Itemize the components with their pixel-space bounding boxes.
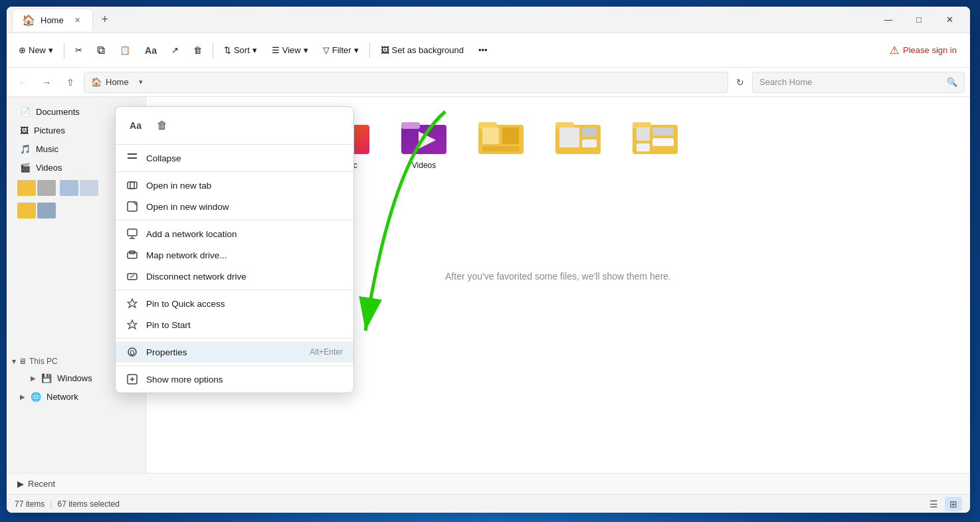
menu-item-more-options[interactable]: Show more options <box>116 369 353 390</box>
svg-point-65 <box>128 348 136 356</box>
new-label: New <box>29 45 46 55</box>
file-explorer-window: 🏠 Home ✕ + — □ ✕ ⊕ New ▾ ✂ ⧉ 📋 Aa <box>7 7 970 513</box>
breadcrumb-home: Home <box>106 77 129 87</box>
setbg-label: Set as background <box>392 45 464 55</box>
close-button[interactable]: ✕ <box>934 9 965 31</box>
recent-section[interactable]: ▶ Recent <box>7 473 970 494</box>
color-folder-3[interactable] <box>17 203 56 218</box>
menu-sep-2 <box>116 220 353 220</box>
menu-sep-1 <box>116 171 353 172</box>
map-drive-icon <box>126 249 138 261</box>
menu-sep-5 <box>116 365 353 366</box>
filter-dropdown-icon: ▾ <box>354 45 359 55</box>
forward-button[interactable]: → <box>36 72 57 93</box>
svg-rect-17 <box>482 128 499 144</box>
tab-home[interactable]: 🏠 Home ✕ <box>12 9 93 31</box>
color-folder-1[interactable] <box>17 180 56 196</box>
svg-rect-22 <box>559 128 579 147</box>
folder-mixed-1[interactable] <box>545 110 611 175</box>
menu-item-open-new-tab[interactable]: Open in new tab <box>116 175 353 196</box>
network-label: Network <box>47 392 78 402</box>
menu-item-pin-start[interactable]: Pin to Start <box>116 314 353 335</box>
more-button[interactable]: ••• <box>472 39 494 62</box>
open-new-window-icon <box>126 201 138 213</box>
documents-label: Documents <box>36 107 80 117</box>
menu-item-pin-quick[interactable]: Pin to Quick access <box>116 293 353 314</box>
menu-icon-format[interactable]: Aa <box>124 114 147 137</box>
context-menu: Aa 🗑 Collapse Open in new tab <box>115 106 354 393</box>
view-button[interactable]: ☰ View ▾ <box>265 39 315 62</box>
thispc-label: This PC <box>29 357 58 366</box>
collapse-label: Collapse <box>146 153 181 163</box>
minimize-button[interactable]: — <box>873 9 904 31</box>
disconnect-drive-label: Disconnect network drive <box>146 272 246 282</box>
svg-rect-27 <box>637 128 650 141</box>
menu-icon-delete[interactable]: 🗑 <box>150 114 174 137</box>
address-bar[interactable]: 🏠 Home ▾ <box>84 72 728 93</box>
network-icon: 🌐 <box>31 392 41 402</box>
svg-rect-30 <box>637 143 650 151</box>
svg-rect-58 <box>128 229 137 236</box>
network-expand-icon: ▶ <box>20 393 25 400</box>
menu-item-disconnect-drive[interactable]: Disconnect network drive <box>116 266 353 287</box>
maximize-button[interactable]: □ <box>904 9 934 31</box>
share-button[interactable]: ↗ <box>165 39 185 62</box>
toolbar-right: ⚠ Please sign in <box>882 40 965 60</box>
rename-button[interactable]: Aa <box>138 39 163 62</box>
setbg-button[interactable]: 🖼 Set as background <box>374 39 470 62</box>
menu-item-properties[interactable]: Properties Alt+Enter <box>116 341 353 363</box>
new-dropdown-icon: ▾ <box>49 45 53 55</box>
folder-mixed-2[interactable] <box>622 110 688 175</box>
share-icon: ↗ <box>171 45 179 55</box>
copy-button[interactable]: ⧉ <box>90 39 112 62</box>
new-tab-button[interactable]: + <box>96 11 114 29</box>
list-view-toggle[interactable]: ☰ <box>925 497 942 511</box>
disconnect-drive-icon <box>126 270 138 282</box>
back-button[interactable]: ← <box>12 72 33 93</box>
paste-button[interactable]: 📋 <box>113 39 137 62</box>
menu-sep-4 <box>116 338 353 339</box>
delete-button[interactable]: 🗑 <box>187 39 209 62</box>
search-box[interactable]: Search Home 🔍 <box>752 72 965 93</box>
rename-icon: Aa <box>145 45 157 56</box>
thispc-chevron-icon: ▾ <box>12 357 16 366</box>
tab-home-icon: 🏠 <box>22 14 35 27</box>
menu-item-collapse[interactable]: Collapse <box>116 147 353 169</box>
recent-chevron-icon: ▶ <box>17 479 24 489</box>
windows-label: Windows <box>57 373 92 383</box>
filter-button[interactable]: ▽ Filter ▾ <box>316 39 365 62</box>
sort-button[interactable]: ⇅ Sort ▾ <box>217 39 264 62</box>
address-chevron[interactable]: ▾ <box>133 74 149 90</box>
svg-rect-28 <box>652 128 674 135</box>
new-button[interactable]: ⊕ New ▾ <box>12 39 60 62</box>
menu-item-map-drive[interactable]: Map network drive... <box>116 244 353 266</box>
pin-start-icon <box>126 319 138 331</box>
folder-yellow-1[interactable] <box>468 110 534 175</box>
refresh-button[interactable]: ↻ <box>731 73 749 92</box>
signin-button[interactable]: ⚠ Please sign in <box>882 40 965 60</box>
up-button[interactable]: ⇧ <box>60 72 81 93</box>
folder-mixed-2-icon <box>631 116 679 155</box>
more-icon: ••• <box>478 45 488 55</box>
cut-button[interactable]: ✂ <box>68 39 89 62</box>
windows-icon: 💾 <box>41 373 52 383</box>
color-folder-2[interactable] <box>60 180 98 196</box>
folder-videos[interactable]: Videos <box>391 110 457 175</box>
toolbar-sep-1 <box>64 43 64 58</box>
cut-icon: ✂ <box>75 45 82 55</box>
pictures-label: Pictures <box>34 126 65 135</box>
folder-mixed-1-icon <box>554 116 602 155</box>
properties-label: Properties <box>146 347 187 357</box>
menu-item-open-new-window[interactable]: Open in new window <box>116 196 353 217</box>
breadcrumb-home-icon: 🏠 <box>91 77 102 87</box>
grid-view-toggle[interactable]: ⊞ <box>945 497 962 511</box>
menu-item-add-network[interactable]: Add a network location <box>116 223 353 244</box>
signin-warning-icon: ⚠ <box>890 44 899 56</box>
menu-sep-top <box>116 144 353 145</box>
menu-quick-icons: Aa 🗑 <box>116 110 353 141</box>
menu-sep-3 <box>116 290 353 290</box>
music-label: Music <box>36 144 58 154</box>
view-dropdown-icon: ▾ <box>304 45 308 55</box>
tab-close-button[interactable]: ✕ <box>72 15 83 26</box>
properties-icon <box>126 346 138 358</box>
